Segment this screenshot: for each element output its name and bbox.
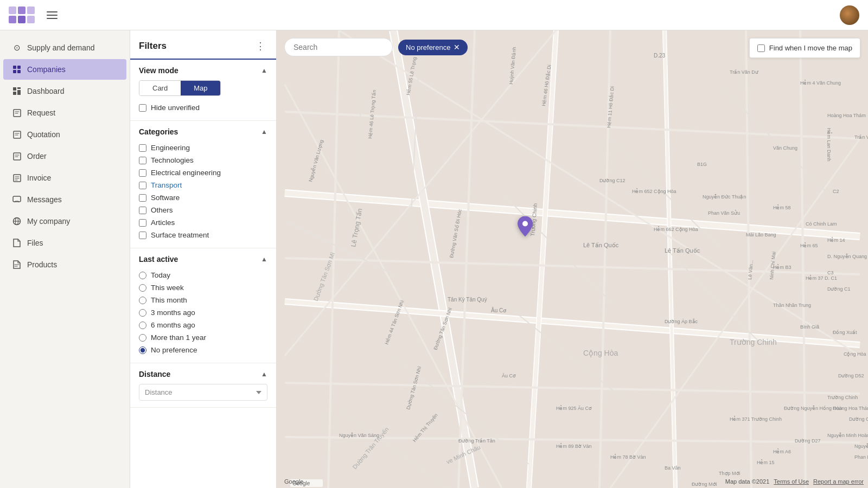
checkbox-transport[interactable]: [139, 182, 146, 189]
supply-demand-icon: ⊙: [12, 43, 22, 53]
categories-chevron: ▲: [261, 128, 267, 136]
checkbox-electrical-engineering[interactable]: [139, 169, 146, 177]
categories-section: Categories ▲ Engineering Technologies El…: [130, 121, 276, 248]
svg-text:Tân Kỳ Tân Quý: Tân Kỳ Tân Quý: [448, 297, 487, 303]
radio-3-months[interactable]: 3 months ago: [139, 306, 267, 319]
svg-text:Đường Mới: Đường Mới: [692, 481, 717, 487]
category-engineering[interactable]: Engineering: [139, 142, 267, 154]
radio-input-today[interactable]: [139, 272, 146, 279]
sidebar-item-my-company[interactable]: My company: [3, 211, 126, 232]
checkbox-others[interactable]: [139, 207, 146, 214]
search-input[interactable]: [284, 38, 393, 56]
radio-no-preference[interactable]: No preference: [139, 344, 267, 356]
map-canvas: Nguyễn Văn Lượng Hẻm 46 Lê Trọng Tấn Hẻm…: [277, 30, 868, 488]
checkbox-surface-treatment[interactable]: [139, 232, 146, 239]
logo: [9, 7, 35, 23]
sidebar-label-companies: Companies: [27, 65, 66, 74]
categories-header[interactable]: Categories ▲: [139, 127, 267, 136]
find-when-move-label: Find when I move the map: [769, 44, 852, 52]
files-icon: [12, 238, 22, 248]
distance-header[interactable]: Distance ▲: [139, 370, 267, 378]
svg-text:Trần Văn Danh: Trần Văn Danh: [854, 134, 868, 140]
svg-text:Hẻm A6: Hẻm A6: [773, 448, 791, 454]
sidebar: ⊙ Supply and demand Companies Dashboard …: [0, 30, 130, 488]
radio-more-than-1-year[interactable]: More than 1 year: [139, 331, 267, 344]
radio-6-months[interactable]: 6 months ago: [139, 319, 267, 331]
sidebar-item-dashboard[interactable]: Dashboard: [3, 81, 126, 101]
filter-more-button[interactable]: ⋮: [253, 39, 267, 53]
category-others[interactable]: Others: [139, 204, 267, 216]
svg-rect-4: [13, 87, 16, 91]
avatar[interactable]: [840, 5, 859, 25]
sidebar-label-order: Order: [27, 152, 47, 160]
radio-this-week[interactable]: This week: [139, 281, 267, 294]
svg-text:Đường Trần Tân: Đường Trần Tân: [458, 438, 495, 444]
radio-input-this-month[interactable]: [139, 297, 146, 304]
radio-today[interactable]: Today: [139, 269, 267, 281]
dashboard-icon: [12, 86, 22, 96]
sidebar-label-request: Request: [27, 108, 55, 117]
my-company-icon: [12, 216, 22, 226]
svg-text:Mái Lão Bang: Mái Lão Bang: [746, 232, 776, 237]
sidebar-label-invoice: Invoice: [27, 174, 51, 182]
svg-text:Phan Văn Sửu: Phan Văn Sửu: [708, 210, 740, 216]
svg-text:Hẻm 37 D. C1: Hẻm 37 D. C1: [806, 275, 837, 281]
category-articles[interactable]: Articles: [139, 216, 267, 229]
svg-text:Cộng Hòa: Cộng Hòa: [583, 349, 618, 357]
sidebar-item-supply-demand[interactable]: ⊙ Supply and demand: [3, 37, 126, 58]
radio-input-more-1-year[interactable]: [139, 334, 146, 342]
svg-text:Ba Vân: Ba Vân: [665, 465, 681, 471]
checkbox-articles[interactable]: [139, 219, 146, 227]
find-when-move-panel: Find when I move the map: [749, 38, 860, 58]
svg-text:Hẻm 14: Hẻm 14: [827, 237, 845, 243]
map-view-button[interactable]: Map: [181, 81, 220, 95]
last-active-section: Last active ▲ Today This week This month…: [130, 248, 276, 363]
category-technologies[interactable]: Technologies: [139, 154, 267, 166]
distance-select[interactable]: Distance < 10 km < 25 km < 50 km < 100 k…: [139, 384, 267, 401]
sidebar-item-order[interactable]: Order: [3, 146, 126, 166]
category-electrical-engineering[interactable]: Electrical engineering: [139, 166, 267, 179]
tag-chip-close-button[interactable]: ✕: [454, 43, 460, 51]
terms-of-use-link[interactable]: Terms of Use: [774, 478, 809, 485]
report-map-error-link[interactable]: Report a map error: [813, 478, 864, 485]
view-mode-section: View mode ▲ Card Map Hide unverified: [130, 60, 276, 121]
find-when-move-checkbox[interactable]: [757, 44, 765, 52]
map-pin[interactable]: [518, 216, 533, 238]
sidebar-item-invoice[interactable]: Invoice: [3, 168, 126, 188]
category-surface-treatment[interactable]: Surface treatment: [139, 229, 267, 241]
radio-this-month[interactable]: This month: [139, 294, 267, 306]
last-active-header[interactable]: Last active ▲: [139, 255, 267, 264]
topbar: [0, 0, 868, 30]
sidebar-label-quotation: Quotation: [27, 130, 60, 139]
card-view-button[interactable]: Card: [139, 81, 181, 95]
category-transport[interactable]: Transport: [139, 179, 267, 191]
view-mode-header[interactable]: View mode ▲: [139, 66, 267, 75]
view-mode-chevron: ▲: [261, 67, 267, 74]
radio-input-6-months[interactable]: [139, 322, 146, 329]
sidebar-item-companies[interactable]: Companies: [3, 59, 126, 80]
svg-text:Dường C12: Dường C12: [599, 178, 626, 183]
invoice-icon: [12, 173, 22, 183]
svg-text:D.23: D.23: [654, 53, 666, 59]
sidebar-item-messages[interactable]: Messages: [3, 189, 126, 210]
svg-rect-7: [13, 92, 16, 95]
checkbox-technologies[interactable]: [139, 157, 146, 164]
svg-point-125: [522, 221, 528, 226]
radio-input-this-week[interactable]: [139, 284, 146, 292]
sidebar-item-request[interactable]: Request: [3, 102, 126, 123]
sidebar-item-products[interactable]: Products: [3, 254, 126, 275]
checkbox-software[interactable]: [139, 194, 146, 202]
category-software[interactable]: Software: [139, 191, 267, 204]
radio-input-3-months[interactable]: [139, 309, 146, 317]
hide-unverified-checkbox[interactable]: [139, 104, 146, 112]
radio-input-no-preference[interactable]: [139, 346, 146, 354]
sidebar-item-quotation[interactable]: Quotation: [3, 124, 126, 145]
sidebar-item-files[interactable]: Files: [3, 233, 126, 253]
hamburger-button[interactable]: [43, 8, 61, 22]
checkbox-engineering[interactable]: [139, 144, 146, 152]
svg-text:Hẻm 58: Hẻm 58: [773, 204, 791, 210]
tag-chip-label: No preference: [406, 43, 450, 52]
hide-unverified-label[interactable]: Hide unverified: [139, 101, 267, 114]
svg-text:Nguyễn Văn Sáng: Nguyễn Văn Sáng: [339, 433, 379, 438]
map-area[interactable]: Nguyễn Văn Lượng Hẻm 46 Lê Trọng Tấn Hẻm…: [277, 30, 868, 488]
